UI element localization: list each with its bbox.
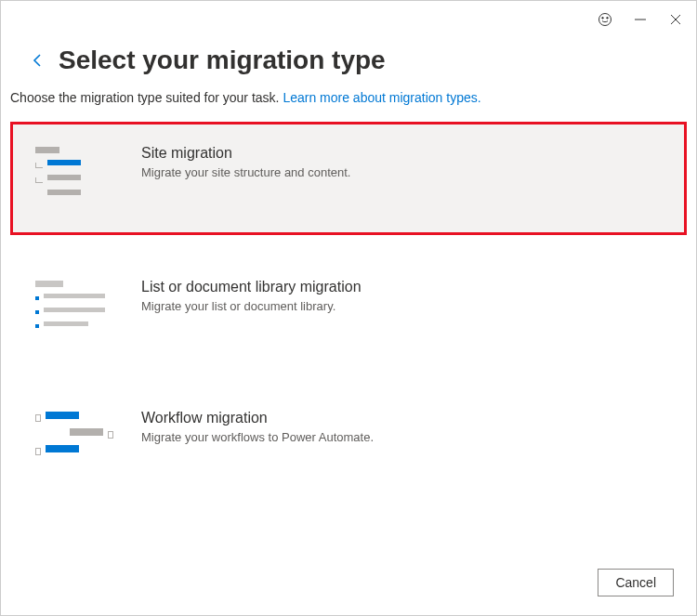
- feedback-smile-icon[interactable]: [596, 10, 614, 29]
- option-site-migration[interactable]: Site migration Migrate your site structu…: [10, 122, 687, 235]
- svg-point-2: [607, 18, 609, 20]
- cancel-button[interactable]: Cancel: [598, 569, 674, 596]
- migration-options: Site migration Migrate your site structu…: [1, 105, 696, 492]
- svg-point-0: [599, 14, 612, 26]
- minimize-button[interactable]: [631, 10, 650, 29]
- option-desc: Migrate your workflows to Power Automate…: [141, 430, 662, 444]
- option-title: List or document library migration: [141, 279, 662, 295]
- intro-sentence: Choose the migration type suited for you…: [10, 90, 283, 105]
- header: Select your migration type: [1, 38, 696, 85]
- intro-text: Choose the migration type suited for you…: [1, 85, 696, 105]
- back-button[interactable]: [29, 51, 47, 70]
- titlebar: [1, 1, 696, 38]
- option-desc: Migrate your list or document library.: [141, 299, 662, 313]
- option-title: Site migration: [141, 145, 662, 162]
- page-title: Select your migration type: [59, 46, 386, 75]
- close-button[interactable]: [666, 10, 685, 29]
- option-list-library-migration[interactable]: List or document library migration Migra…: [10, 256, 687, 366]
- learn-more-link[interactable]: Learn more about migration types.: [283, 90, 480, 105]
- site-migration-icon: [35, 145, 113, 204]
- list-library-icon: [35, 279, 113, 335]
- option-workflow-migration[interactable]: Workflow migration Migrate your workflow…: [10, 387, 687, 492]
- svg-point-1: [602, 18, 604, 20]
- option-desc: Migrate your site structure and content.: [141, 165, 662, 179]
- workflow-icon: [35, 410, 113, 462]
- option-title: Workflow migration: [141, 410, 662, 426]
- footer: Cancel: [598, 569, 674, 596]
